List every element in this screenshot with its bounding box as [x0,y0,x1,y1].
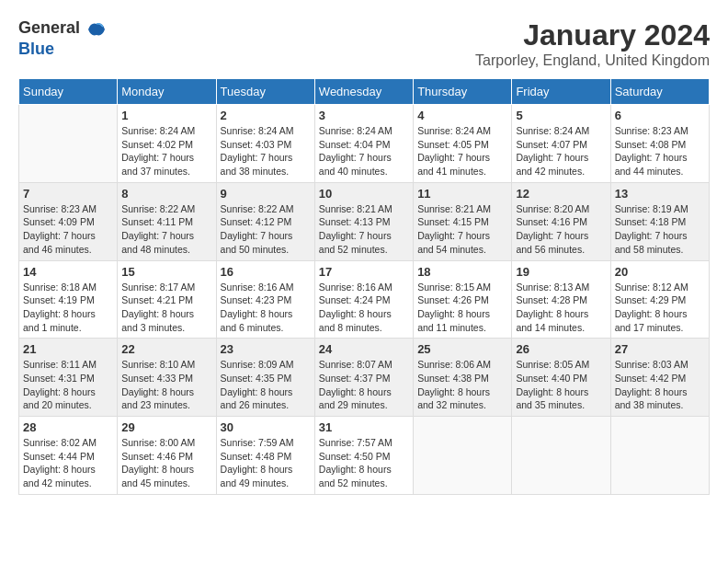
day-info: Sunrise: 8:21 AMSunset: 4:13 PMDaylight:… [319,202,409,257]
day-info: Sunrise: 8:00 AMSunset: 4:46 PMDaylight:… [121,436,211,490]
day-info: Sunrise: 8:24 AMSunset: 4:03 PMDaylight:… [221,124,311,178]
day-info: Sunrise: 8:03 AMSunset: 4:42 PMDaylight:… [615,358,705,412]
day-number: 31 [319,420,409,434]
day-info: Sunrise: 7:57 AMSunset: 4:50 PMDaylight:… [319,436,409,490]
day-number: 26 [516,342,606,356]
day-info: Sunrise: 8:22 AMSunset: 4:12 PMDaylight:… [221,202,311,257]
day-info: Sunrise: 8:24 AMSunset: 4:07 PMDaylight:… [516,124,606,178]
page-header: General Blue January 2024 Tarporley, Eng… [18,18,710,69]
calendar-week-row: 14 Sunrise: 8:18 AMSunset: 4:19 PMDaylig… [19,260,710,339]
day-info: Sunrise: 8:24 AMSunset: 4:02 PMDaylight:… [121,124,211,178]
calendar-cell: 4 Sunrise: 8:24 AMSunset: 4:05 PMDayligh… [414,105,512,183]
calendar-week-row: 28 Sunrise: 8:02 AMSunset: 4:44 PMDaylig… [19,417,710,495]
calendar-cell: 15 Sunrise: 8:17 AMSunset: 4:21 PMDaylig… [118,260,216,339]
col-header-sunday: Sunday [19,79,118,105]
col-header-thursday: Thursday [414,79,512,105]
logo-icon [86,19,107,40]
logo-general: General [18,18,80,37]
day-number: 3 [319,109,409,122]
day-number: 20 [615,265,705,279]
calendar-week-row: 7 Sunrise: 8:23 AMSunset: 4:09 PMDayligh… [19,182,710,260]
calendar-cell [610,417,709,495]
calendar-cell: 9 Sunrise: 8:22 AMSunset: 4:12 PMDayligh… [216,182,314,260]
day-info: Sunrise: 8:19 AMSunset: 4:18 PMDaylight:… [615,202,705,257]
calendar-cell: 21 Sunrise: 8:11 AMSunset: 4:31 PMDaylig… [19,339,118,417]
day-info: Sunrise: 8:07 AMSunset: 4:37 PMDaylight:… [319,358,409,412]
day-number: 15 [121,265,211,279]
calendar-cell: 30 Sunrise: 7:59 AMSunset: 4:48 PMDaylig… [216,417,314,495]
calendar-cell: 27 Sunrise: 8:03 AMSunset: 4:42 PMDaylig… [610,339,709,417]
calendar-cell: 6 Sunrise: 8:23 AMSunset: 4:08 PMDayligh… [610,105,709,183]
day-number: 6 [615,109,705,122]
day-number: 13 [615,187,705,201]
calendar-cell: 19 Sunrise: 8:13 AMSunset: 4:28 PMDaylig… [512,260,610,339]
day-info: Sunrise: 8:05 AMSunset: 4:40 PMDaylight:… [516,358,606,412]
day-number: 4 [417,109,507,122]
calendar-cell: 13 Sunrise: 8:19 AMSunset: 4:18 PMDaylig… [610,182,709,260]
calendar-cell: 29 Sunrise: 8:00 AMSunset: 4:46 PMDaylig… [118,417,216,495]
calendar-cell: 23 Sunrise: 8:09 AMSunset: 4:35 PMDaylig… [216,339,314,417]
day-number: 22 [121,342,211,356]
day-number: 1 [121,109,211,122]
day-info: Sunrise: 8:12 AMSunset: 4:29 PMDaylight:… [615,281,705,335]
day-number: 14 [23,265,113,279]
day-number: 8 [121,187,211,201]
day-info: Sunrise: 8:15 AMSunset: 4:26 PMDaylight:… [417,281,507,335]
day-info: Sunrise: 8:11 AMSunset: 4:31 PMDaylight:… [23,358,113,412]
day-number: 27 [615,342,705,356]
calendar-cell: 10 Sunrise: 8:21 AMSunset: 4:13 PMDaylig… [314,182,413,260]
calendar-cell: 7 Sunrise: 8:23 AMSunset: 4:09 PMDayligh… [19,182,118,260]
calendar-cell: 31 Sunrise: 7:57 AMSunset: 4:50 PMDaylig… [314,417,413,495]
calendar-week-row: 21 Sunrise: 8:11 AMSunset: 4:31 PMDaylig… [19,339,710,417]
day-number: 5 [516,109,606,122]
day-number: 19 [516,265,606,279]
day-number: 24 [319,342,409,356]
day-number: 21 [23,342,113,356]
month-title: January 2024 [475,18,710,52]
logo-blue: Blue [18,40,54,58]
day-number: 2 [221,109,311,122]
calendar-cell: 1 Sunrise: 8:24 AMSunset: 4:02 PMDayligh… [118,105,216,183]
day-info: Sunrise: 8:02 AMSunset: 4:44 PMDaylight:… [23,436,113,490]
calendar-header-row: SundayMondayTuesdayWednesdayThursdayFrid… [19,79,710,105]
calendar-cell: 3 Sunrise: 8:24 AMSunset: 4:04 PMDayligh… [314,105,413,183]
logo: General Blue [18,18,107,59]
day-number: 18 [417,265,507,279]
calendar-cell: 24 Sunrise: 8:07 AMSunset: 4:37 PMDaylig… [314,339,413,417]
day-number: 30 [221,420,311,434]
calendar-table: SundayMondayTuesdayWednesdayThursdayFrid… [18,78,710,495]
calendar-cell: 18 Sunrise: 8:15 AMSunset: 4:26 PMDaylig… [414,260,512,339]
col-header-saturday: Saturday [610,79,709,105]
calendar-cell: 16 Sunrise: 8:16 AMSunset: 4:23 PMDaylig… [216,260,314,339]
day-info: Sunrise: 7:59 AMSunset: 4:48 PMDaylight:… [221,436,311,490]
day-number: 12 [516,187,606,201]
logo-text: General Blue [18,18,107,59]
col-header-wednesday: Wednesday [314,79,413,105]
calendar-cell: 17 Sunrise: 8:16 AMSunset: 4:24 PMDaylig… [314,260,413,339]
day-info: Sunrise: 8:16 AMSunset: 4:24 PMDaylight:… [319,281,409,335]
day-info: Sunrise: 8:24 AMSunset: 4:04 PMDaylight:… [319,124,409,178]
location-title: Tarporley, England, United Kingdom [475,52,710,69]
day-info: Sunrise: 8:06 AMSunset: 4:38 PMDaylight:… [417,358,507,412]
calendar-cell: 20 Sunrise: 8:12 AMSunset: 4:29 PMDaylig… [610,260,709,339]
calendar-cell: 2 Sunrise: 8:24 AMSunset: 4:03 PMDayligh… [216,105,314,183]
day-info: Sunrise: 8:20 AMSunset: 4:16 PMDaylight:… [516,202,606,257]
calendar-week-row: 1 Sunrise: 8:24 AMSunset: 4:02 PMDayligh… [19,105,710,183]
calendar-cell [512,417,610,495]
calendar-cell: 8 Sunrise: 8:22 AMSunset: 4:11 PMDayligh… [118,182,216,260]
day-number: 11 [417,187,507,201]
calendar-cell: 22 Sunrise: 8:10 AMSunset: 4:33 PMDaylig… [118,339,216,417]
col-header-monday: Monday [118,79,216,105]
day-number: 17 [319,265,409,279]
day-info: Sunrise: 8:22 AMSunset: 4:11 PMDaylight:… [121,202,211,257]
day-number: 16 [221,265,311,279]
day-info: Sunrise: 8:23 AMSunset: 4:09 PMDaylight:… [23,202,113,257]
calendar-cell: 25 Sunrise: 8:06 AMSunset: 4:38 PMDaylig… [414,339,512,417]
calendar-cell [414,417,512,495]
day-info: Sunrise: 8:23 AMSunset: 4:08 PMDaylight:… [615,124,705,178]
calendar-cell: 11 Sunrise: 8:21 AMSunset: 4:15 PMDaylig… [414,182,512,260]
calendar-cell: 28 Sunrise: 8:02 AMSunset: 4:44 PMDaylig… [19,417,118,495]
day-number: 28 [23,420,113,434]
day-info: Sunrise: 8:18 AMSunset: 4:19 PMDaylight:… [23,281,113,335]
calendar-cell: 12 Sunrise: 8:20 AMSunset: 4:16 PMDaylig… [512,182,610,260]
